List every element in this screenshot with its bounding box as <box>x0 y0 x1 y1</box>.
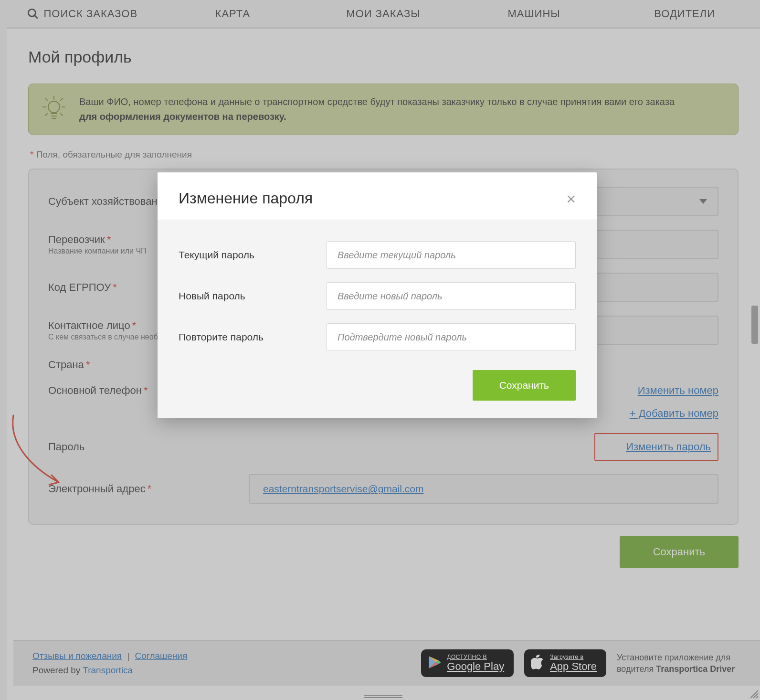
repeat-password-input[interactable] <box>327 323 576 351</box>
new-password-label: Новый пароль <box>179 290 312 302</box>
change-password-modal: Изменение пароля × Текущий пароль Новый … <box>158 172 597 418</box>
close-icon[interactable]: × <box>566 191 576 207</box>
current-password-label: Текущий пароль <box>179 249 312 261</box>
new-password-input[interactable] <box>327 282 576 310</box>
modal-save-button[interactable]: Сохранить <box>473 370 576 401</box>
modal-title: Изменение пароля <box>179 190 313 207</box>
current-password-input[interactable] <box>327 241 576 269</box>
repeat-password-label: Повторите пароль <box>179 331 312 343</box>
